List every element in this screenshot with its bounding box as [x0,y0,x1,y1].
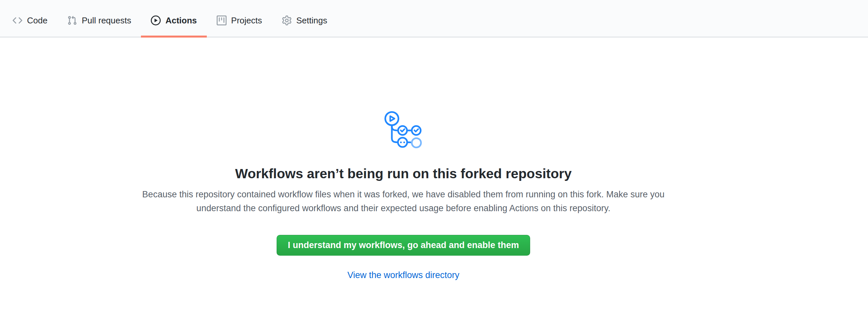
project-icon [217,15,226,25]
blankslate-actions: I understand my workflows, go ahead and … [130,215,677,256]
tab-code[interactable]: Code [3,4,57,37]
tab-actions[interactable]: Actions [141,4,207,37]
enable-workflows-button[interactable]: I understand my workflows, go ahead and … [277,235,530,256]
tab-actions-label: Actions [165,16,196,25]
blankslate-description: Because this repository contained workfl… [136,187,671,215]
tab-settings-label: Settings [297,16,327,25]
blankslate-title: Workflows aren’t being run on this forke… [130,166,677,182]
repo-nav: Code Pull requests Actions Projects Sett… [0,0,868,37]
play-icon [151,15,161,25]
workflows-disabled-blankslate: Workflows aren’t being run on this forke… [130,37,677,280]
tab-projects[interactable]: Projects [207,4,272,37]
tab-settings[interactable]: Settings [272,4,337,37]
gear-icon [282,15,292,25]
blankslate-link-row: View the workflows directory [130,256,677,280]
view-workflows-directory-link[interactable]: View the workflows directory [347,270,459,280]
tab-projects-label: Projects [231,16,262,25]
git-pull-request-icon [67,15,77,25]
tab-code-label: Code [27,16,48,25]
actions-main: Workflows aren’t being run on this forke… [0,37,868,280]
code-icon [12,15,22,25]
tab-pull-requests-label: Pull requests [82,16,131,25]
workflow-graph-icon [384,111,423,149]
tab-pull-requests[interactable]: Pull requests [57,4,141,37]
